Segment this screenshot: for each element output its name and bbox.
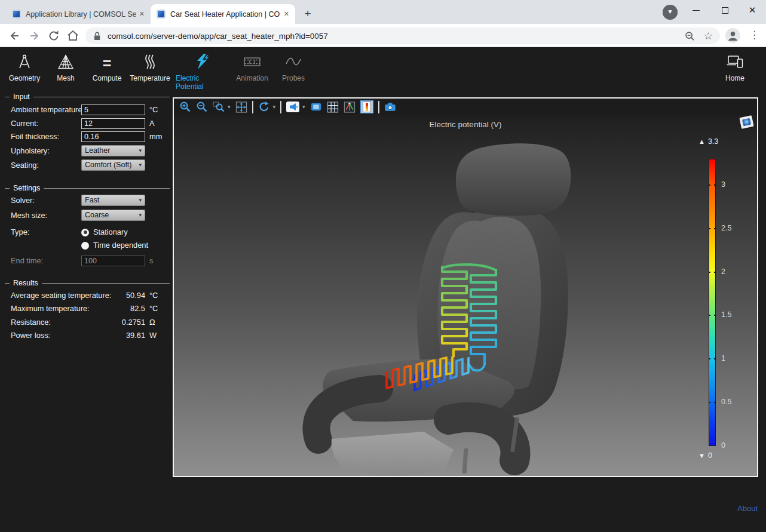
color-legend-icon[interactable]: [360, 100, 373, 113]
car-seat-3d-view[interactable]: [174, 115, 757, 476]
end-time-row: End time: s: [11, 255, 167, 267]
toolbar-separator: [252, 101, 253, 113]
foil-thickness-input[interactable]: [81, 131, 145, 142]
zoom-box-icon[interactable]: [213, 101, 225, 113]
unit-label: mm: [149, 131, 162, 143]
colorbar-tick: [709, 402, 716, 403]
tab-close-icon[interactable]: ✕: [284, 10, 289, 18]
ribbon-label: Compute: [93, 74, 122, 82]
toolbar-separator: [280, 101, 281, 113]
zoom-in-icon[interactable]: [179, 101, 191, 113]
result-value: 0.2751: [81, 316, 145, 328]
colorbar-max-value: 3.3: [708, 137, 718, 146]
url-field[interactable]: comsol.com/server-demo/app/car_seat_heat…: [85, 27, 720, 44]
tab-close-icon[interactable]: ✕: [139, 10, 145, 18]
reload-icon[interactable]: [47, 29, 61, 43]
colorbar-tick-label: 2.5: [721, 224, 731, 232]
home-icon[interactable]: [66, 29, 80, 43]
seating-select[interactable]: Comfort (Soft) ▾: [81, 159, 145, 171]
lock-icon: [93, 31, 102, 41]
colorbar-min-value: 0: [708, 451, 712, 460]
profile-avatar[interactable]: [725, 28, 740, 43]
ribbon-label: Mesh: [57, 74, 74, 82]
browser-tab-application-library[interactable]: Application Library | COMSOL Se ✕: [6, 4, 151, 24]
colorbar-tick: [709, 272, 716, 273]
colorbar-max-marker: ▲ 3.3: [698, 137, 718, 146]
result-row-resistance: Resistance: 0.2751 Ω: [11, 316, 167, 328]
headrest: [456, 143, 571, 216]
solver-row: Solver: Fast ▾: [11, 195, 167, 207]
end-time-input: [81, 256, 145, 266]
radio-label: Stationary: [93, 226, 128, 238]
devices-home-icon: [726, 54, 744, 70]
unit-label: s: [149, 255, 153, 267]
window-maximize-button[interactable]: [711, 0, 739, 20]
result-row-average-temp: Average seating temperature: 50.94 °C: [11, 290, 167, 302]
selected-value: Coarse: [85, 211, 109, 219]
unit-label: °C: [149, 104, 158, 116]
ribbon-label: Animation: [236, 74, 268, 82]
screenshot-camera-icon[interactable]: [384, 101, 396, 113]
grid-icon[interactable]: [327, 101, 339, 113]
bookmark-star-icon[interactable]: ☆: [704, 30, 713, 42]
mesh-size-select[interactable]: Coarse ▾: [81, 210, 145, 221]
chevron-down-icon[interactable]: ▾: [228, 104, 231, 110]
current-input[interactable]: [81, 118, 145, 129]
result-row-power-loss: Power loss: 39.61 W: [11, 330, 167, 342]
seat-leg: [462, 448, 468, 473]
selected-value: Leather: [85, 146, 110, 155]
field-label: Upholstery:: [11, 145, 50, 157]
comsol-favicon: [157, 10, 166, 19]
film-strip-icon: [243, 54, 261, 70]
colorbar-min-marker: ▼ 0: [698, 451, 712, 460]
field-label: Solver:: [11, 195, 35, 207]
triangle-down-icon: ▼: [698, 452, 705, 459]
zoom-out-icon[interactable]: [196, 101, 208, 113]
radio-time-dependent[interactable]: Time dependent: [81, 239, 148, 251]
zoom-extents-icon[interactable]: [235, 101, 247, 113]
colorbar-tick: [709, 358, 716, 359]
window-close-button[interactable]: ✕: [739, 0, 766, 20]
solver-select[interactable]: Fast ▾: [81, 195, 145, 206]
graphics-canvas[interactable]: Electric potential (V) ▲ 3.3 3 2.5 2 1.5…: [174, 115, 757, 476]
chevron-down-icon: ▾: [139, 195, 142, 206]
reset-view-icon[interactable]: [258, 101, 270, 113]
unit-label: A: [149, 118, 155, 130]
result-label: Power loss:: [11, 330, 50, 342]
field-label: Mesh size:: [11, 210, 47, 222]
ribbon-button-temperature[interactable]: Temperature: [124, 54, 176, 82]
field-label: Current:: [11, 118, 38, 130]
chevron-down-icon[interactable]: ▾: [273, 104, 276, 110]
scene-light-icon[interactable]: [286, 102, 299, 112]
ribbon-button-probes[interactable]: Probes: [267, 54, 320, 82]
upholstery-select[interactable]: Leather ▾: [81, 145, 145, 156]
selected-value: Comfort (Soft): [85, 161, 132, 169]
chevron-down-icon[interactable]: ▾: [302, 104, 305, 110]
ribbon-button-home[interactable]: Home: [709, 54, 761, 82]
browser-menu-icon[interactable]: ⋮: [749, 29, 759, 41]
sine-wave-icon: [284, 54, 302, 70]
axes-orientation-icon[interactable]: [344, 101, 356, 113]
tab-title: Application Library | COMSOL Se: [26, 10, 136, 19]
about-link[interactable]: About: [737, 504, 758, 513]
url-text: comsol.com/server-demo/app/car_seat_heat…: [108, 32, 676, 41]
update-chrome-icon[interactable]: ▼: [663, 5, 678, 20]
ribbon-button-electric-potential[interactable]: Electric Potential: [176, 54, 228, 91]
browser-tab-car-seat-heater[interactable]: Car Seat Heater Application | CO ✕: [151, 4, 295, 24]
back-icon[interactable]: [7, 29, 22, 43]
radio-stationary[interactable]: Stationary: [81, 226, 128, 238]
toolbar-separator: [378, 101, 379, 113]
forward-icon[interactable]: [27, 29, 42, 43]
geometry-icon: [16, 54, 33, 70]
ambient-temperature-input[interactable]: [81, 104, 145, 115]
seat-base: [332, 432, 454, 476]
chevron-down-icon: ▾: [139, 159, 142, 171]
field-label: Seating:: [11, 159, 39, 171]
foil-thickness-row: Foil thickness: mm: [11, 131, 167, 143]
section-input: Input: [5, 93, 170, 101]
ribbon-label: Temperature: [130, 74, 170, 82]
window-minimize-button[interactable]: [682, 0, 710, 20]
new-tab-button[interactable]: +: [300, 6, 315, 21]
zoom-page-icon[interactable]: [684, 30, 695, 42]
transparency-icon[interactable]: [310, 101, 322, 113]
